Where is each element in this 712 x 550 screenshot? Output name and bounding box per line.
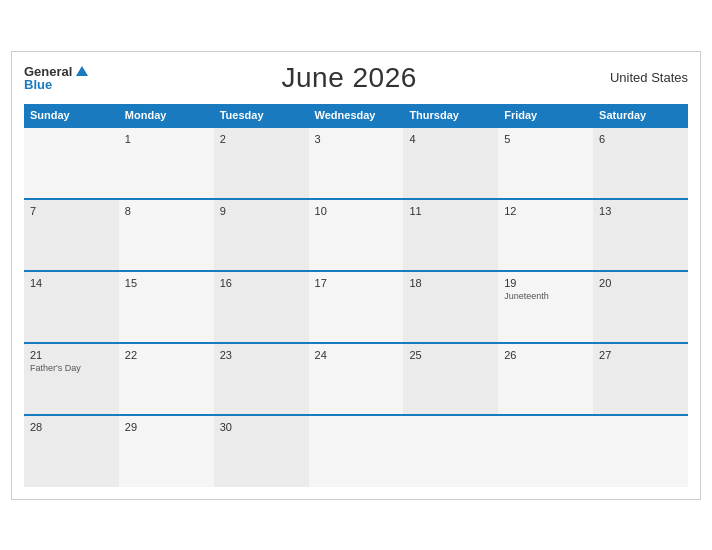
weekday-header-monday: Monday: [119, 104, 214, 127]
day-number-2-0: 14: [30, 277, 113, 289]
weekday-header-sunday: Sunday: [24, 104, 119, 127]
logo-triangle-icon: [76, 66, 88, 76]
day-cell-0-5: 5: [498, 127, 593, 199]
day-number-1-3: 10: [315, 205, 398, 217]
weekday-header-thursday: Thursday: [403, 104, 498, 127]
day-number-2-5: 19: [504, 277, 587, 289]
day-number-3-6: 27: [599, 349, 682, 361]
day-cell-3-6: 27: [593, 343, 688, 415]
week-row-3: 21Father's Day222324252627: [24, 343, 688, 415]
day-number-4-1: 29: [125, 421, 208, 433]
day-number-1-6: 13: [599, 205, 682, 217]
calendar-country: United States: [610, 70, 688, 85]
logo-blue-text: Blue: [24, 78, 88, 91]
day-cell-0-2: 2: [214, 127, 309, 199]
calendar-title: June 2026: [282, 62, 417, 94]
day-cell-4-1: 29: [119, 415, 214, 487]
week-row-4: 282930: [24, 415, 688, 487]
day-cell-4-4: [403, 415, 498, 487]
day-cell-3-3: 24: [309, 343, 404, 415]
day-cell-0-4: 4: [403, 127, 498, 199]
calendar-wrapper: General Blue June 2026 United States Sun…: [11, 51, 701, 500]
day-cell-1-1: 8: [119, 199, 214, 271]
logo-general-text: General: [24, 65, 72, 78]
day-number-1-5: 12: [504, 205, 587, 217]
day-cell-2-2: 16: [214, 271, 309, 343]
week-row-0: 123456: [24, 127, 688, 199]
day-number-3-2: 23: [220, 349, 303, 361]
day-event-2-5: Juneteenth: [504, 291, 587, 301]
day-cell-0-0: [24, 127, 119, 199]
day-number-2-4: 18: [409, 277, 492, 289]
day-event-3-0: Father's Day: [30, 363, 113, 373]
calendar-grid: SundayMondayTuesdayWednesdayThursdayFrid…: [24, 104, 688, 487]
day-number-2-2: 16: [220, 277, 303, 289]
day-cell-3-2: 23: [214, 343, 309, 415]
day-number-4-0: 28: [30, 421, 113, 433]
day-cell-2-6: 20: [593, 271, 688, 343]
day-number-1-1: 8: [125, 205, 208, 217]
day-cell-3-1: 22: [119, 343, 214, 415]
day-number-1-2: 9: [220, 205, 303, 217]
day-cell-2-5: 19Juneteenth: [498, 271, 593, 343]
logo-general: General: [24, 65, 88, 78]
logo: General Blue: [24, 65, 88, 91]
day-number-1-4: 11: [409, 205, 492, 217]
day-cell-1-5: 12: [498, 199, 593, 271]
day-cell-4-5: [498, 415, 593, 487]
day-number-3-0: 21: [30, 349, 113, 361]
calendar-tbody: 12345678910111213141516171819Juneteenth2…: [24, 127, 688, 487]
day-number-0-5: 5: [504, 133, 587, 145]
weekday-header-saturday: Saturday: [593, 104, 688, 127]
weekday-header-friday: Friday: [498, 104, 593, 127]
day-cell-2-4: 18: [403, 271, 498, 343]
day-cell-1-3: 10: [309, 199, 404, 271]
day-number-3-5: 26: [504, 349, 587, 361]
day-number-3-1: 22: [125, 349, 208, 361]
day-cell-4-0: 28: [24, 415, 119, 487]
day-cell-2-1: 15: [119, 271, 214, 343]
day-number-0-6: 6: [599, 133, 682, 145]
day-number-2-3: 17: [315, 277, 398, 289]
day-cell-3-0: 21Father's Day: [24, 343, 119, 415]
day-cell-0-3: 3: [309, 127, 404, 199]
day-number-0-2: 2: [220, 133, 303, 145]
day-number-2-6: 20: [599, 277, 682, 289]
day-number-0-4: 4: [409, 133, 492, 145]
calendar-header: General Blue June 2026 United States: [24, 62, 688, 94]
week-row-1: 78910111213: [24, 199, 688, 271]
day-number-3-4: 25: [409, 349, 492, 361]
day-cell-4-2: 30: [214, 415, 309, 487]
day-cell-2-3: 17: [309, 271, 404, 343]
weekday-header-row: SundayMondayTuesdayWednesdayThursdayFrid…: [24, 104, 688, 127]
day-cell-0-6: 6: [593, 127, 688, 199]
day-number-1-0: 7: [30, 205, 113, 217]
day-number-3-3: 24: [315, 349, 398, 361]
day-number-0-3: 3: [315, 133, 398, 145]
day-cell-1-0: 7: [24, 199, 119, 271]
day-cell-4-3: [309, 415, 404, 487]
day-number-4-2: 30: [220, 421, 303, 433]
day-number-2-1: 15: [125, 277, 208, 289]
day-cell-3-4: 25: [403, 343, 498, 415]
day-cell-2-0: 14: [24, 271, 119, 343]
weekday-header-tuesday: Tuesday: [214, 104, 309, 127]
day-number-0-1: 1: [125, 133, 208, 145]
day-cell-3-5: 26: [498, 343, 593, 415]
day-cell-1-4: 11: [403, 199, 498, 271]
day-cell-1-6: 13: [593, 199, 688, 271]
day-cell-1-2: 9: [214, 199, 309, 271]
weekday-header-wednesday: Wednesday: [309, 104, 404, 127]
calendar-thead: SundayMondayTuesdayWednesdayThursdayFrid…: [24, 104, 688, 127]
day-cell-4-6: [593, 415, 688, 487]
week-row-2: 141516171819Juneteenth20: [24, 271, 688, 343]
day-cell-0-1: 1: [119, 127, 214, 199]
